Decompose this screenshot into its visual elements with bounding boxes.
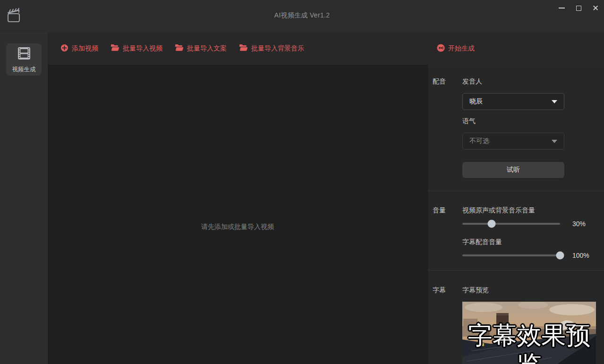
- voice-section-label: 配音: [433, 77, 462, 178]
- sidebar-item-video-generate[interactable]: 视频生成: [6, 43, 42, 76]
- subtitle-overlay-text: 字幕效果预览: [462, 302, 596, 364]
- speaker-label: 发音人: [462, 77, 604, 86]
- film-strip-icon: [16, 45, 32, 63]
- batch-import-video-button[interactable]: 批量导入视频: [111, 44, 162, 53]
- dub-volume-label: 字幕配音音量: [462, 238, 604, 246]
- batch-import-script-label: 批量导入文案: [187, 44, 227, 53]
- toolbar-right-group: 开始生成: [427, 44, 604, 53]
- start-generate-label: 开始生成: [448, 44, 475, 53]
- open-folder-icon: [239, 44, 248, 53]
- voice-section: 配音 发音人 晓辰 语气 不可选 试听: [428, 65, 604, 178]
- batch-import-bgm-label: 批量导入背景音乐: [251, 44, 304, 53]
- sidebar-item-label: 视频生成: [12, 66, 36, 74]
- slider-thumb[interactable]: [556, 252, 564, 260]
- original-volume-slider[interactable]: [462, 220, 560, 228]
- subtitle-preview-label: 字幕预览: [462, 286, 604, 295]
- chevron-down-icon: [552, 140, 557, 143]
- tone-select[interactable]: 不可选: [462, 133, 564, 150]
- batch-import-video-label: 批量导入视频: [123, 44, 162, 53]
- toolbar: 添加视频 批量导入视频 批量导入文案: [48, 32, 604, 65]
- speaker-value: 晓辰: [469, 97, 552, 106]
- add-video-button[interactable]: 添加视频: [60, 44, 98, 53]
- listen-preview-button[interactable]: 试听: [462, 162, 564, 178]
- subtitle-preview-image: 字幕效果预览: [462, 302, 596, 364]
- window-controls: ✕: [553, 0, 604, 16]
- maximize-icon: [576, 6, 581, 11]
- volume-section-label: 音量: [433, 206, 462, 260]
- volume-section: 音量 视频原声或背景音乐音量 30% 字幕配音音量 100%: [428, 191, 604, 260]
- toolbar-left-group: 添加视频 批量导入视频 批量导入文案: [48, 44, 427, 53]
- subtitle-section-label: 字幕: [433, 286, 462, 364]
- tone-label: 语气: [462, 117, 604, 126]
- maximize-button[interactable]: [570, 0, 587, 16]
- titlebar: AI视频生成 Ver1.2 ✕: [0, 0, 604, 32]
- speaker-select[interactable]: 晓辰: [462, 93, 564, 110]
- slider-track: [462, 254, 560, 256]
- subtitle-section: 字幕 字幕预览: [428, 271, 604, 364]
- open-folder-icon: [175, 44, 184, 53]
- settings-panel: 配音 发音人 晓辰 语气 不可选 试听 音量 视频原声或背景音乐音量: [427, 65, 604, 364]
- slider-thumb[interactable]: [488, 220, 496, 228]
- open-folder-icon: [111, 44, 119, 53]
- sidebar: 视频生成: [0, 32, 48, 364]
- add-video-label: 添加视频: [72, 44, 98, 53]
- batch-import-script-button[interactable]: 批量导入文案: [175, 44, 227, 53]
- video-list-area: 请先添加或批量导入视频: [48, 65, 427, 364]
- chevron-down-icon: [552, 100, 557, 103]
- close-button[interactable]: ✕: [587, 0, 604, 16]
- fast-forward-circle-icon: [437, 44, 445, 53]
- original-volume-value: 30%: [572, 220, 586, 228]
- start-generate-button[interactable]: 开始生成: [437, 44, 604, 53]
- batch-import-bgm-button[interactable]: 批量导入背景音乐: [239, 44, 304, 53]
- minimize-icon: [559, 8, 565, 8]
- tone-value: 不可选: [469, 137, 552, 145]
- minimize-button[interactable]: [553, 0, 570, 16]
- dub-volume-slider[interactable]: [462, 251, 560, 260]
- empty-hint-text: 请先添加或批量导入视频: [48, 223, 427, 231]
- app-title: AI视频生成 Ver1.2: [0, 11, 604, 20]
- original-volume-label: 视频原声或背景音乐音量: [462, 206, 604, 215]
- slider-track: [462, 223, 560, 225]
- dub-volume-value: 100%: [572, 252, 589, 259]
- plus-circle-icon: [60, 44, 68, 53]
